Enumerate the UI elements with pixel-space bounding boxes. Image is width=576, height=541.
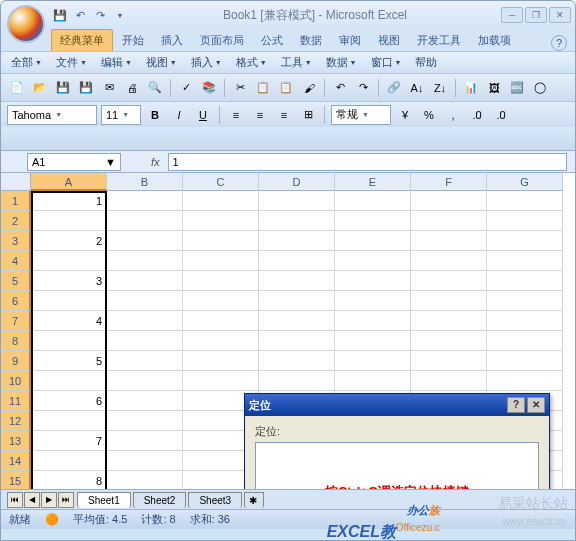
redo-icon[interactable]: ↷ <box>353 78 373 98</box>
cut-icon[interactable]: ✂ <box>230 78 250 98</box>
select-all-corner[interactable] <box>1 173 31 191</box>
cell[interactable] <box>107 191 183 211</box>
row-header-15[interactable]: 15 <box>1 471 31 489</box>
help-icon[interactable]: ? <box>551 35 567 51</box>
mail-icon[interactable]: ✉ <box>99 78 119 98</box>
cell[interactable] <box>183 351 259 371</box>
fx-icon[interactable]: fx <box>151 156 160 168</box>
cell[interactable] <box>31 291 107 311</box>
cell[interactable] <box>411 191 487 211</box>
redo-icon[interactable]: ↷ <box>91 6 109 24</box>
cell[interactable] <box>183 191 259 211</box>
cell[interactable] <box>183 231 259 251</box>
cell[interactable] <box>335 291 411 311</box>
cell[interactable] <box>107 431 183 451</box>
cell[interactable] <box>183 251 259 271</box>
menu-window[interactable]: 窗口▼ <box>365 53 408 72</box>
cell[interactable] <box>183 311 259 331</box>
cell[interactable] <box>31 251 107 271</box>
row-header-1[interactable]: 1 <box>1 191 31 211</box>
cell[interactable] <box>259 191 335 211</box>
row-header-10[interactable]: 10 <box>1 371 31 391</box>
format-painter-icon[interactable]: 🖌 <box>299 78 319 98</box>
cell[interactable] <box>487 271 563 291</box>
cell[interactable] <box>487 331 563 351</box>
saveas-icon[interactable]: 💾 <box>76 78 96 98</box>
office-button[interactable] <box>7 5 45 43</box>
tab-data[interactable]: 数据 <box>292 30 330 51</box>
cell[interactable]: 7 <box>31 431 107 451</box>
next-sheet-button[interactable]: ▶ <box>41 492 57 508</box>
tab-formulas[interactable]: 公式 <box>253 30 291 51</box>
row-header-4[interactable]: 4 <box>1 251 31 271</box>
col-header-C[interactable]: C <box>183 173 259 191</box>
dialog-titlebar[interactable]: 定位 ? ✕ <box>245 394 549 416</box>
row-header-5[interactable]: 5 <box>1 271 31 291</box>
hyperlink-icon[interactable]: 🔗 <box>384 78 404 98</box>
col-header-E[interactable]: E <box>335 173 411 191</box>
percent-icon[interactable]: % <box>419 105 439 125</box>
menu-format[interactable]: 格式▼ <box>230 53 273 72</box>
preview-icon[interactable]: 🔍 <box>145 78 165 98</box>
cell[interactable] <box>107 351 183 371</box>
row-header-6[interactable]: 6 <box>1 291 31 311</box>
row-header-2[interactable]: 2 <box>1 211 31 231</box>
cell[interactable] <box>259 311 335 331</box>
cell[interactable]: 3 <box>31 271 107 291</box>
sort-asc-icon[interactable]: A↓ <box>407 78 427 98</box>
cell[interactable] <box>107 331 183 351</box>
menu-all[interactable]: 全部▼ <box>5 53 48 72</box>
cell[interactable] <box>107 391 183 411</box>
increase-decimal-icon[interactable]: .0 <box>467 105 487 125</box>
menu-file[interactable]: 文件▼ <box>50 53 93 72</box>
cell[interactable] <box>335 191 411 211</box>
row-header-11[interactable]: 11 <box>1 391 31 411</box>
underline-icon[interactable]: U <box>193 105 213 125</box>
cell[interactable] <box>107 211 183 231</box>
cell[interactable] <box>487 351 563 371</box>
spreadsheet-grid[interactable]: ABCDEFG 123456789101112131415 12345678 定… <box>1 173 575 489</box>
cell[interactable] <box>335 311 411 331</box>
cell[interactable] <box>183 211 259 231</box>
cell[interactable] <box>183 371 259 391</box>
undo-icon[interactable]: ↶ <box>330 78 350 98</box>
row-header-3[interactable]: 3 <box>1 231 31 251</box>
row-header-12[interactable]: 12 <box>1 411 31 431</box>
menu-edit[interactable]: 编辑▼ <box>95 53 138 72</box>
cell[interactable] <box>335 351 411 371</box>
align-center-icon[interactable]: ≡ <box>250 105 270 125</box>
cell[interactable] <box>487 251 563 271</box>
cell[interactable]: 8 <box>31 471 107 489</box>
cell[interactable] <box>487 311 563 331</box>
cell[interactable] <box>259 331 335 351</box>
textbox-icon[interactable]: 🔤 <box>507 78 527 98</box>
cell[interactable] <box>411 231 487 251</box>
tab-insert[interactable]: 插入 <box>153 30 191 51</box>
col-header-A[interactable]: A <box>31 173 107 191</box>
formula-bar[interactable]: 1 <box>168 153 567 171</box>
close-button[interactable]: ✕ <box>549 7 571 23</box>
cell[interactable] <box>107 231 183 251</box>
cell[interactable]: 5 <box>31 351 107 371</box>
row-header-14[interactable]: 14 <box>1 451 31 471</box>
cell[interactable] <box>183 271 259 291</box>
undo-icon[interactable]: ↶ <box>71 6 89 24</box>
cell[interactable] <box>259 371 335 391</box>
cell[interactable] <box>107 251 183 271</box>
spell-icon[interactable]: ✓ <box>176 78 196 98</box>
font-size-combo[interactable]: 11▼ <box>101 105 141 125</box>
sheet-tab-3[interactable]: Sheet3 <box>188 492 242 508</box>
font-name-combo[interactable]: Tahoma▼ <box>7 105 97 125</box>
col-header-G[interactable]: G <box>487 173 563 191</box>
cell[interactable] <box>31 371 107 391</box>
align-right-icon[interactable]: ≡ <box>274 105 294 125</box>
cell[interactable] <box>411 311 487 331</box>
cell[interactable] <box>487 291 563 311</box>
cell[interactable] <box>31 331 107 351</box>
sheet-tab-1[interactable]: Sheet1 <box>77 492 131 508</box>
merge-icon[interactable]: ⊞ <box>298 105 318 125</box>
first-sheet-button[interactable]: ⏮ <box>7 492 23 508</box>
menu-view[interactable]: 视图▼ <box>140 53 183 72</box>
cell[interactable] <box>335 231 411 251</box>
cell[interactable] <box>183 331 259 351</box>
